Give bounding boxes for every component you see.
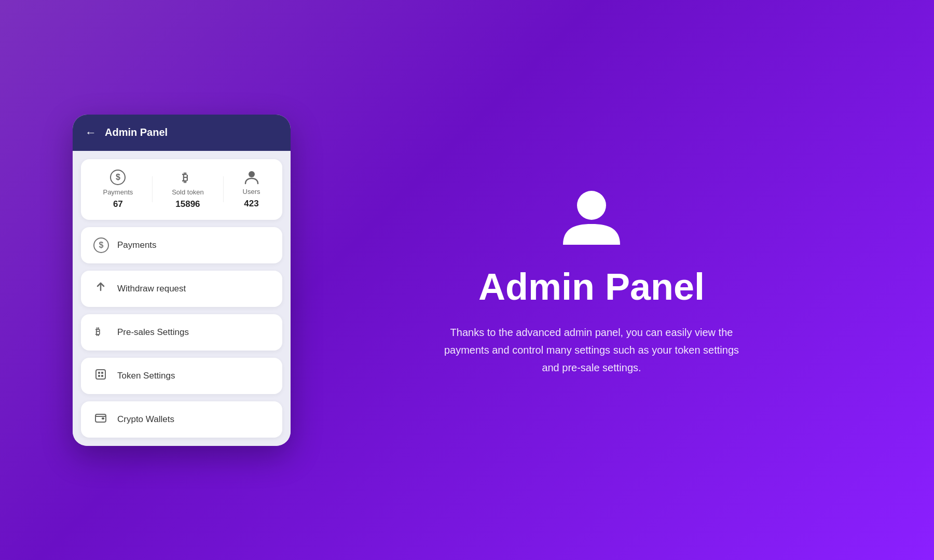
- user-avatar-icon: [558, 184, 625, 251]
- back-button[interactable]: ←: [85, 126, 97, 139]
- users-label: Users: [243, 188, 260, 195]
- svg-rect-5: [98, 372, 100, 374]
- token-menu-label: Token Settings: [117, 371, 175, 381]
- payments-menu-label: Payments: [117, 240, 157, 250]
- svg-point-11: [577, 191, 606, 220]
- stat-sold-token: ₿ Sold token 15896: [172, 170, 203, 209]
- right-side: Admin Panel Thanks to the advanced admin…: [291, 163, 892, 397]
- stat-users: Users 423: [243, 170, 260, 209]
- stat-payments: $ Payments 67: [103, 170, 133, 209]
- withdraw-menu-icon: [93, 281, 108, 297]
- withdraw-menu-label: Withdraw request: [117, 284, 186, 294]
- users-value: 423: [244, 199, 258, 209]
- stats-card: $ Payments 67 ₿ Sold token 15896: [81, 159, 282, 220]
- menu-item-payments[interactable]: $ Payments: [81, 227, 282, 263]
- stat-divider-1: [152, 176, 153, 202]
- sold-token-label: Sold token: [172, 188, 203, 196]
- svg-rect-10: [102, 417, 104, 419]
- right-title: Admin Panel: [478, 267, 705, 307]
- svg-rect-8: [101, 375, 103, 377]
- stat-divider-2: [223, 176, 224, 202]
- svg-point-1: [249, 171, 255, 177]
- payments-label: Payments: [103, 188, 133, 196]
- presales-menu-icon: ₿: [93, 325, 108, 340]
- avatar-svg: [558, 184, 625, 251]
- wallets-menu-label: Crypto Wallets: [117, 414, 174, 425]
- bitcoin-icon: ₿: [180, 170, 196, 185]
- svg-rect-4: [96, 370, 105, 379]
- payments-value: 67: [113, 199, 123, 209]
- svg-rect-7: [98, 375, 100, 377]
- menu-item-wallets[interactable]: Crypto Wallets: [81, 401, 282, 438]
- panel-body: $ Payments 67 ₿ Sold token 15896: [73, 151, 291, 446]
- panel-title: Admin Panel: [105, 127, 168, 138]
- svg-text:₿: ₿: [95, 327, 100, 337]
- page-wrapper: ← Admin Panel $ Payments 67 ₿ Sold token…: [0, 0, 934, 560]
- svg-rect-6: [101, 372, 103, 374]
- menu-item-withdraw[interactable]: Withdraw request: [81, 271, 282, 307]
- presales-menu-label: Pre-sales Settings: [117, 327, 189, 338]
- users-icon: [244, 170, 259, 185]
- token-menu-icon: [93, 368, 108, 384]
- panel-header: ← Admin Panel: [73, 115, 291, 151]
- wallets-menu-icon: [93, 412, 108, 427]
- menu-item-presales[interactable]: ₿ Pre-sales Settings: [81, 314, 282, 351]
- mobile-panel: ← Admin Panel $ Payments 67 ₿ Sold token…: [73, 115, 291, 446]
- payments-menu-icon: $: [93, 237, 108, 253]
- right-description: Thanks to the advanced admin panel, you …: [436, 324, 747, 376]
- svg-text:₿: ₿: [182, 171, 188, 184]
- payments-icon: $: [110, 170, 126, 185]
- menu-item-token[interactable]: Token Settings: [81, 358, 282, 394]
- sold-token-value: 15896: [175, 199, 200, 209]
